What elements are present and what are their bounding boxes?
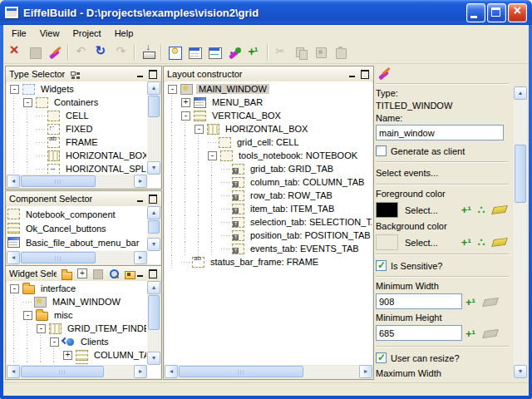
background-select-button[interactable]: Select... [405, 238, 458, 248]
add-one-icon[interactable]: +¹ [466, 328, 475, 340]
tree-item-grid-item-finder[interactable]: -GRID_ITEM_FINDER [7, 322, 146, 335]
is-sensitive-checkbox[interactable] [376, 260, 387, 271]
scroll-left-icon[interactable]: ◂ [7, 365, 20, 378]
add-one-icon[interactable]: +¹ [461, 204, 471, 216]
molecule-icon[interactable]: ∴ [478, 236, 485, 249]
add-tool-icon[interactable] [76, 268, 88, 279]
scroll-thumb[interactable] [148, 295, 160, 330]
tree-item-vertical-box[interactable]: -VERTICAL_BOX [165, 109, 372, 122]
scroll-down-icon[interactable]: ▾ [147, 161, 160, 175]
tree-item-horizontal-box[interactable]: -HORIZONTAL_BOX [165, 122, 372, 135]
panel-maximize-icon[interactable] [148, 69, 158, 79]
minimum-width-input[interactable] [376, 293, 462, 309]
scroll-right-icon[interactable]: ▸ [134, 251, 147, 264]
collapse-toggle-icon[interactable]: - [195, 125, 204, 134]
tree-item-fixed[interactable]: FIXED [7, 122, 146, 135]
add-one-icon[interactable]: +¹ [461, 236, 471, 249]
tree-item-menu-bar[interactable]: +MENU_BAR [165, 96, 372, 109]
minimize-button[interactable] [466, 3, 485, 22]
collapse-toggle-icon[interactable]: - [50, 337, 59, 347]
toolbar-settings-window-button[interactable] [165, 43, 185, 62]
molecule-icon[interactable]: ∴ [478, 204, 485, 216]
name-input[interactable] [376, 125, 504, 140]
vertical-scrollbar[interactable]: ▴ ▾ [147, 281, 160, 365]
scroll-down-icon[interactable]: ▾ [514, 365, 527, 378]
tree-item-selection-tab-selection-tab[interactable]: selection_tab: SELECTION_TAB [165, 215, 372, 229]
tree-item-row-tab-row-tab[interactable]: row_tab: ROW_TAB [165, 189, 372, 202]
foreground-color-swatch[interactable] [376, 202, 398, 218]
panel-maximize-icon[interactable] [148, 194, 158, 204]
menu-project[interactable]: Project [66, 27, 107, 40]
close-button[interactable] [508, 3, 527, 22]
horizontal-scrollbar[interactable]: ◂ ▸ [7, 251, 147, 264]
toolbar-window-titled-button[interactable] [185, 43, 204, 62]
collapse-toggle-icon[interactable]: - [23, 311, 32, 320]
tree-item-item-tab-item-tab[interactable]: item_tab: ITEM_TAB [165, 202, 372, 215]
expand-toggle-icon[interactable]: + [63, 364, 72, 365]
scroll-thumb[interactable] [148, 96, 160, 117]
blank-tool-icon[interactable] [92, 268, 104, 279]
maximize-button[interactable] [487, 3, 506, 22]
background-color-swatch[interactable] [376, 234, 398, 250]
tree-item-item-tab[interactable]: +ITEM_TAB [7, 362, 146, 364]
list-item-ok-cancel-buttons[interactable]: Ok_Cancel_buttons [7, 221, 146, 235]
toolbar-delete-button[interactable] [5, 43, 25, 62]
scroll-thumb[interactable] [21, 252, 96, 264]
expand-toggle-icon[interactable]: + [63, 351, 72, 360]
tree-item-grid-cell-cell[interactable]: grid_cell: CELL [165, 135, 372, 149]
select-events-link[interactable]: Select events... [376, 168, 509, 179]
toolbar-wrench-green-button[interactable] [224, 43, 244, 62]
panel-maximize-icon[interactable] [360, 69, 370, 79]
menu-view[interactable]: View [33, 27, 66, 40]
scroll-left-icon[interactable]: ◂ [7, 175, 20, 188]
tree-item-containers[interactable]: -Containers [7, 96, 146, 109]
scroll-up-icon[interactable]: ▴ [147, 81, 160, 95]
panel-minimize-icon[interactable] [135, 194, 145, 204]
tree-item-position-tab-position-tab[interactable]: position_tab: POSITION_TAB [165, 229, 372, 242]
scroll-thumb[interactable] [515, 145, 526, 203]
generate-as-client-checkbox[interactable] [376, 145, 387, 156]
tree-item-horizontal-box[interactable]: HORIZONTAL_BOX [7, 149, 146, 162]
list-item-basic-file-about-menu-bar[interactable]: Basic_file_about_menu_bar [7, 235, 146, 249]
tree-item-column-tab-column-tab[interactable]: column_tab: COLUMN_TAB [165, 175, 372, 189]
scroll-thumb[interactable] [148, 220, 160, 234]
tree-item-frame[interactable]: FRAME [7, 135, 146, 149]
properties-scrollbar[interactable]: ▴ ▾ [514, 86, 527, 378]
toolbar-build-wrench-button[interactable] [45, 43, 65, 62]
collapse-toggle-icon[interactable]: - [208, 151, 217, 160]
minimum-height-input[interactable] [376, 325, 462, 341]
toolbar-add-one-button[interactable] [244, 43, 264, 62]
collapse-toggle-icon[interactable]: - [10, 284, 19, 293]
folder-tool-icon[interactable] [61, 268, 72, 279]
tree-item-main-window[interactable]: -MAIN_WINDOW [165, 82, 372, 96]
scroll-left-icon[interactable]: ◂ [165, 365, 178, 378]
search-tool-icon[interactable] [108, 268, 120, 279]
collapse-toggle-icon[interactable]: - [168, 85, 177, 94]
wrench-tool-icon[interactable] [377, 66, 392, 80]
tree-item-tools-notebook-notebook[interactable]: -tools_notebook: NOTEBOOK [165, 149, 372, 162]
grid-tool-icon[interactable] [69, 69, 81, 80]
scroll-right-icon[interactable]: ▸ [134, 175, 147, 188]
toolbar-window-content-button[interactable] [204, 43, 224, 62]
collapse-toggle-icon[interactable]: - [181, 111, 190, 121]
tree-item-grid-tab-grid-tab[interactable]: grid_tab: GRID_TAB [165, 162, 372, 175]
tree-item-horizontal-split[interactable]: HORIZONTAL_SPLIT [7, 162, 146, 174]
tree-item-misc[interactable]: -misc [7, 308, 146, 322]
scroll-right-icon[interactable]: ▸ [359, 365, 372, 378]
menu-file[interactable]: File [5, 27, 33, 40]
tree-item-status-bar-frame-frame[interactable]: status_bar_frame: FRAME [165, 255, 372, 268]
foreground-select-button[interactable]: Select... [405, 205, 458, 215]
scroll-thumb[interactable] [179, 366, 303, 377]
panel-minimize-icon[interactable] [135, 268, 145, 278]
tree-item-widgets[interactable]: -Widgets [7, 82, 146, 96]
panel-minimize-icon[interactable] [347, 69, 357, 79]
tree-item-events-tab-events-tab[interactable]: events_tab: EVENTS_TAB [165, 242, 372, 255]
vertical-scrollbar[interactable]: ▴ ▾ [147, 206, 160, 251]
toolbar-export-button[interactable] [138, 43, 158, 62]
tree-item-clients[interactable]: -Clients [7, 335, 146, 348]
list-item-notebook-component[interactable]: Notebook_component [7, 207, 146, 221]
scroll-right-icon[interactable]: ▸ [134, 365, 147, 378]
scroll-up-icon[interactable]: ▴ [147, 206, 160, 219]
user-can-resize-checkbox[interactable] [376, 352, 387, 363]
scroll-down-icon[interactable]: ▾ [147, 238, 160, 251]
